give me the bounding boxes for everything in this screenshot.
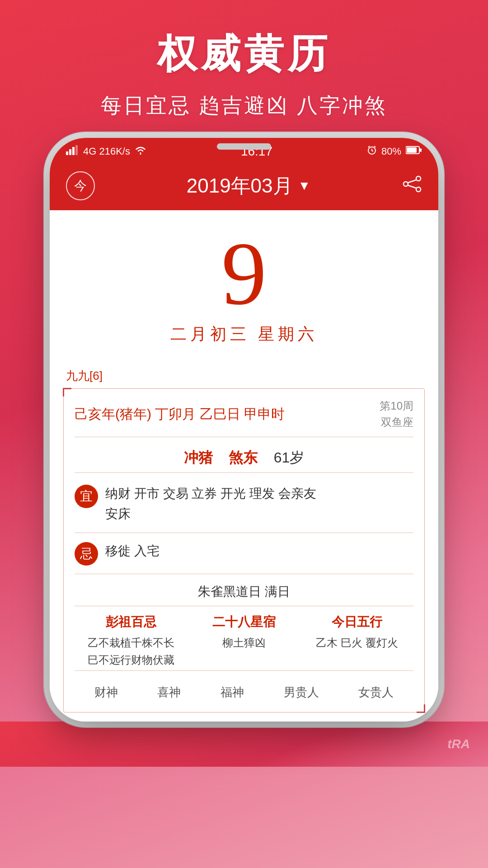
svg-rect-1	[69, 149, 71, 155]
yi-content: 纳财 开市 交易 立券 开光 理发 会亲友安床	[105, 484, 413, 524]
app-header: 今 2019年03月 ▼	[50, 163, 438, 210]
marketing-section: 权威黄历 每日宜忌 趋吉避凶 八字冲煞	[0, 0, 488, 138]
ganzhi-main: 己亥年(猪年) 丁卯月 乙巳日 甲申时	[75, 405, 285, 424]
god-nvguiren: 女贵人	[358, 684, 394, 700]
gods-row: 财神 喜神 福神 男贵人 女贵人	[75, 677, 413, 703]
special-day: 朱雀黑道日 满日	[75, 578, 413, 606]
yi-badge: 宜	[75, 485, 98, 508]
watermark-text: tRA	[447, 737, 470, 751]
col-stars: 二十八星宿 柳土獐凶	[188, 613, 300, 669]
svg-rect-11	[420, 148, 422, 152]
marketing-subtitle: 每日宜忌 趋吉避凶 八字冲煞	[0, 92, 488, 120]
share-button[interactable]	[402, 175, 422, 197]
day-number: 9	[50, 228, 438, 319]
svg-point-13	[404, 182, 408, 186]
ji-row: 忌 移徙 入宅	[75, 537, 413, 570]
yi-row: 宜 纳财 开市 交易 立券 开光 理发 会亲友安床	[75, 479, 413, 529]
god-fushen: 福神	[221, 684, 244, 700]
status-left: 4G 216K/s	[66, 145, 146, 158]
stars-content: 柳土獐凶	[188, 634, 300, 651]
god-caishen: 财神	[94, 684, 118, 700]
alarm-icon	[367, 145, 377, 158]
calendar-content: 9 二月初三 星期六 九九[6] 己亥年(猪年) 丁卯月 乙巳日 甲申时 第10…	[50, 210, 438, 722]
god-xishen: 喜神	[157, 684, 181, 700]
god-nanguiren: 男贵人	[284, 684, 319, 700]
stars-title: 二十八星宿	[188, 613, 300, 631]
zodiac-text: 双鱼座	[380, 414, 413, 430]
signal-text: 4G 216K/s	[83, 146, 130, 157]
svg-rect-10	[407, 147, 417, 153]
pengzu-title: 彭祖百忌	[75, 613, 188, 631]
today-button[interactable]: 今	[66, 171, 95, 200]
dropdown-icon: ▼	[298, 179, 311, 193]
date-display: 9 二月初三 星期六	[50, 210, 438, 368]
today-label: 今	[74, 177, 87, 194]
jiu-label: 九九[6]	[63, 368, 425, 384]
month-text: 2019年03月	[187, 173, 293, 199]
ganzhi-row: 己亥年(猪年) 丁卯月 乙巳日 甲申时 第10周 双鱼座	[75, 398, 413, 437]
marketing-title: 权威黄历	[0, 27, 488, 81]
battery-icon	[406, 146, 422, 157]
lunar-date: 二月初三 星期六	[50, 323, 438, 359]
col-wuxing: 今日五行 乙木 巳火 覆灯火	[300, 613, 413, 669]
ji-badge: 忌	[75, 542, 98, 566]
wuxing-title: 今日五行	[300, 613, 413, 631]
svg-rect-2	[72, 147, 75, 155]
bottom-area: tRA	[0, 722, 488, 767]
wifi-icon	[135, 146, 146, 157]
yi-ji-divider	[75, 533, 413, 533]
chong-direction: 煞东	[229, 449, 258, 466]
svg-line-15	[408, 180, 416, 183]
traditional-box: 己亥年(猪年) 丁卯月 乙巳日 甲申时 第10周 双鱼座 冲猪 煞东 61岁	[63, 388, 425, 712]
week-text: 第10周	[380, 398, 413, 414]
signal-icon	[66, 145, 79, 158]
wuxing-content: 乙木 巳火 覆灯火	[300, 634, 413, 651]
phone-speaker	[217, 143, 271, 150]
header-month-title[interactable]: 2019年03月 ▼	[187, 173, 311, 199]
svg-point-14	[416, 187, 421, 192]
ji-content: 移徙 入宅	[105, 541, 413, 561]
chong-row: 冲猪 煞东 61岁	[75, 443, 413, 473]
chong-age: 61岁	[274, 449, 305, 466]
info-section: 九九[6] 己亥年(猪年) 丁卯月 乙巳日 甲申时 第10周 双鱼座 冲猪 煞东	[50, 368, 438, 722]
special-day-divider	[75, 574, 413, 574]
svg-line-7	[368, 146, 370, 147]
pengzu-content: 乙不栽植千株不长巳不远行财物伏藏	[75, 634, 188, 669]
status-right: 80%	[367, 145, 422, 158]
status-bar: 4G 216K/s 16:17 80%	[50, 138, 438, 163]
col-pengzu: 彭祖百忌 乙不栽植千株不长巳不远行财物伏藏	[75, 613, 188, 669]
chong-animal: 冲猪	[184, 449, 213, 466]
phone-frame: 4G 216K/s 16:17 80%	[50, 138, 438, 722]
three-columns: 彭祖百忌 乙不栽植千株不长巳不远行财物伏藏 二十八星宿 柳土獐凶 今日五行 乙木…	[75, 606, 413, 671]
svg-rect-3	[75, 145, 78, 155]
svg-point-12	[416, 176, 421, 181]
svg-rect-0	[66, 151, 68, 155]
svg-line-16	[408, 185, 416, 188]
svg-line-8	[374, 146, 375, 147]
ganzhi-side: 第10周 双鱼座	[380, 398, 413, 430]
battery-text: 80%	[381, 146, 401, 157]
